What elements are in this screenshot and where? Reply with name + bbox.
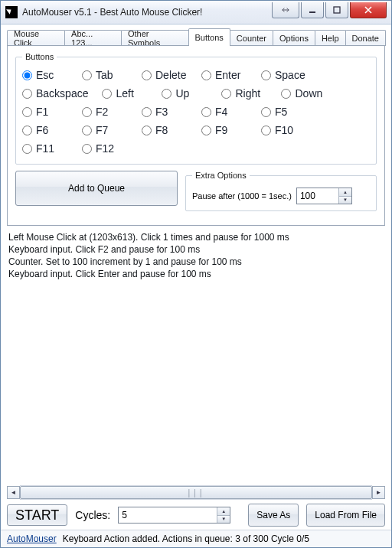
radio-f4[interactable]: F4	[201, 106, 247, 118]
radio-input-right[interactable]	[221, 89, 231, 99]
radio-input-f4[interactable]	[201, 107, 211, 117]
radio-f8[interactable]: F8	[142, 124, 188, 136]
radio-f9[interactable]: F9	[201, 124, 247, 136]
radio-space[interactable]: Space	[261, 69, 307, 81]
radio-f6[interactable]: F6	[22, 124, 68, 136]
queue-list: Left Mouse Click at (1203x613). Click 1 …	[7, 226, 385, 484]
pause-after-label: Pause after (1000 = 1sec.)	[192, 191, 292, 201]
cycles-input[interactable]	[119, 507, 217, 523]
radio-f1[interactable]: F1	[22, 106, 68, 118]
horizontal-scrollbar[interactable]: ◄ │││ ►	[7, 486, 385, 499]
load-from-file-label: Load From File	[315, 510, 377, 520]
tab-buttons[interactable]: Buttons	[188, 28, 230, 46]
tab-options[interactable]: Options	[273, 30, 315, 46]
radio-input-f12[interactable]	[82, 144, 92, 154]
spin-down-icon[interactable]: ▼	[339, 197, 351, 204]
tab-other-symbols[interactable]: Other Symbols	[121, 30, 189, 46]
radio-input-up[interactable]	[162, 89, 172, 99]
radio-input-backspace[interactable]	[22, 89, 32, 99]
bottom-bar: START Cycles: ▲ ▼ Save As Load From File	[7, 502, 385, 530]
pause-after-input[interactable]	[297, 188, 338, 204]
radio-input-f10[interactable]	[261, 126, 271, 135]
spin-down-icon[interactable]: ▼	[217, 516, 230, 524]
radio-f5[interactable]: F5	[261, 106, 307, 118]
radio-label: Enter	[215, 69, 240, 81]
radio-input-enter[interactable]	[201, 70, 211, 80]
save-as-button[interactable]: Save As	[248, 504, 299, 527]
cycles-spinner[interactable]: ▲ ▼	[118, 507, 230, 524]
tab-counter[interactable]: Counter	[230, 30, 273, 46]
buttons-radio-container: EscTabDeleteEnterSpaceBackspaceLeftUpRig…	[22, 66, 370, 158]
radio-esc[interactable]: Esc	[22, 69, 68, 81]
radio-label: F4	[215, 106, 227, 118]
status-link[interactable]: AutoMouser	[7, 533, 57, 544]
spin-up-icon[interactable]: ▲	[339, 188, 351, 197]
tab-mouse-click[interactable]: Mouse Click	[7, 30, 65, 46]
radio-input-f5[interactable]	[261, 107, 271, 117]
radio-f7[interactable]: F7	[82, 124, 128, 136]
radio-label: F9	[215, 124, 227, 136]
radio-input-delete[interactable]	[142, 70, 152, 80]
radio-label: Up	[175, 87, 189, 99]
radio-up[interactable]: Up	[162, 87, 207, 99]
radio-input-f6[interactable]	[22, 126, 32, 135]
buttons-group-legend: Buttons	[22, 52, 57, 61]
radio-backspace[interactable]: Backspace	[22, 87, 88, 99]
radio-label: F12	[96, 142, 114, 155]
radio-delete[interactable]: Delete	[142, 69, 188, 81]
radio-enter[interactable]: Enter	[201, 69, 247, 81]
radio-input-f1[interactable]	[22, 107, 32, 117]
radio-input-esc[interactable]	[22, 70, 32, 80]
radio-right[interactable]: Right	[221, 87, 267, 99]
load-from-file-button[interactable]: Load From File	[306, 504, 385, 527]
add-to-queue-button[interactable]: Add to Queue	[15, 171, 178, 206]
radio-label: F5	[275, 106, 287, 118]
radio-label: Down	[295, 87, 322, 99]
pause-after-spinner[interactable]: ▲ ▼	[296, 188, 352, 204]
start-button[interactable]: START	[7, 504, 67, 526]
radio-left[interactable]: Left	[102, 87, 148, 99]
radio-input-f3[interactable]	[142, 107, 152, 117]
radio-input-space[interactable]	[261, 70, 271, 80]
client-area: Mouse ClickAbc... 123...Other SymbolsBut…	[1, 24, 391, 530]
tab-donate[interactable]: Donate	[345, 30, 386, 46]
queue-item[interactable]: Keyboard input. Click F2 and pause for 1…	[8, 244, 385, 255]
radio-input-f11[interactable]	[22, 144, 32, 154]
radio-label: Backspace	[36, 87, 88, 99]
close-button[interactable]	[350, 2, 387, 18]
radio-input-down[interactable]	[281, 89, 291, 99]
radio-input-f9[interactable]	[201, 126, 211, 135]
pause-spin-buttons[interactable]: ▲ ▼	[338, 188, 351, 204]
queue-item[interactable]: Keyboard input. Click Enter and pause fo…	[8, 269, 385, 279]
maximize-button[interactable]	[325, 2, 348, 18]
radio-input-f8[interactable]	[142, 126, 152, 135]
radio-label: Right	[235, 87, 260, 99]
radio-f3[interactable]: F3	[142, 106, 188, 118]
radio-input-left[interactable]	[102, 89, 112, 99]
radio-input-tab[interactable]	[82, 70, 92, 80]
radio-f12[interactable]: F12	[82, 142, 128, 155]
help-button[interactable]	[272, 2, 299, 18]
radio-f11[interactable]: F11	[22, 142, 68, 155]
cycles-spin-buttons[interactable]: ▲ ▼	[217, 507, 230, 523]
radio-input-f2[interactable]	[82, 107, 92, 117]
extra-options-legend: Extra Options	[192, 171, 250, 180]
radio-label: F8	[155, 124, 168, 136]
radio-down[interactable]: Down	[281, 87, 327, 99]
radio-input-f7[interactable]	[82, 126, 92, 135]
tab-help[interactable]: Help	[315, 30, 346, 46]
tab-abc-123-[interactable]: Abc... 123...	[64, 30, 122, 46]
scroll-track[interactable]: │││	[20, 485, 372, 500]
svg-rect-1	[334, 7, 340, 13]
scroll-thumb[interactable]: │││	[20, 486, 372, 499]
radio-f10[interactable]: F10	[261, 124, 307, 136]
minimize-icon	[309, 6, 316, 14]
scroll-right-button[interactable]: ►	[372, 486, 385, 499]
radio-f2[interactable]: F2	[82, 106, 128, 118]
queue-item[interactable]: Left Mouse Click at (1203x613). Click 1 …	[8, 232, 385, 243]
scroll-left-button[interactable]: ◄	[7, 486, 20, 499]
queue-item[interactable]: Counter. Set to 100 increment by 1 and p…	[8, 256, 385, 267]
minimize-button[interactable]	[301, 2, 324, 18]
radio-tab[interactable]: Tab	[82, 69, 128, 81]
spin-up-icon[interactable]: ▲	[217, 507, 230, 516]
